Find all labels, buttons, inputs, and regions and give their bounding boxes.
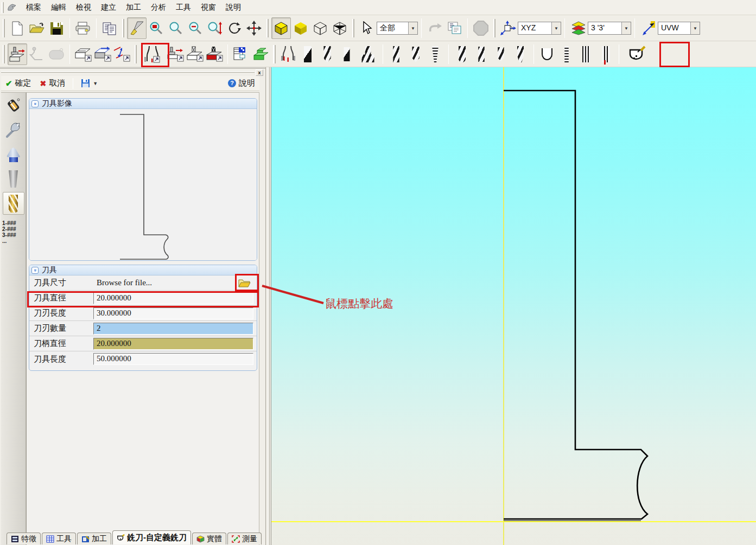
chamfer-drill-tool-icon[interactable] [511, 43, 530, 65]
panel-splitter[interactable] [266, 67, 271, 545]
save-button[interactable] [47, 17, 66, 39]
ball-end-mill-tool-icon[interactable] [452, 43, 472, 65]
tool-image-header[interactable]: 刀具影像 [29, 99, 257, 109]
paste-special-button[interactable] [444, 17, 464, 39]
dropdown-arrow-icon[interactable] [551, 22, 561, 34]
copy-documents-button[interactable] [100, 17, 119, 39]
print-button[interactable] [73, 17, 93, 39]
tool-section-header[interactable]: 刀具 [29, 265, 257, 275]
dropdown-arrow-icon[interactable] [621, 22, 631, 34]
layers-icon[interactable] [568, 17, 588, 39]
shank-diameter-input[interactable]: 20.000000 [93, 338, 253, 350]
countersink-tool-icon[interactable] [537, 43, 557, 65]
spiral-drill-tool-icon[interactable] [406, 43, 425, 65]
flute-length-input[interactable]: 30.000000 [93, 307, 253, 319]
tab-measure[interactable]: 測量 [227, 533, 262, 544]
wrench-category-button[interactable] [3, 119, 24, 142]
probe-button[interactable] [27, 43, 47, 65]
tap-tool-icon[interactable] [557, 43, 576, 65]
view-hidden-line-button[interactable] [330, 17, 350, 39]
menu-machining[interactable]: 加工 [121, 1, 146, 15]
stop-button[interactable] [471, 17, 491, 39]
custom-mill-tool-button[interactable] [625, 43, 650, 65]
view-wireframe-button[interactable] [310, 17, 330, 39]
zoom-extents-button[interactable] [205, 17, 225, 39]
tslot-cutter-tool-icon[interactable] [357, 43, 379, 65]
rotate-view-button[interactable] [225, 17, 244, 39]
help-button[interactable]: ?說明 [224, 76, 259, 90]
toolbar-grip[interactable] [2, 2, 4, 13]
view-shaded-button[interactable] [291, 17, 310, 39]
collapse-chevron-icon[interactable] [31, 100, 39, 107]
menu-file[interactable]: 檔案 [21, 1, 46, 15]
face-mill-button[interactable] [8, 43, 27, 65]
panel-close-button[interactable]: x [256, 69, 263, 76]
tab-solid[interactable]: 實體 [192, 533, 226, 544]
measure-distance-button[interactable] [112, 43, 132, 65]
toolbar-grip[interactable] [3, 19, 5, 37]
graphics-viewport[interactable] [271, 67, 756, 545]
new-file-button[interactable] [8, 17, 27, 39]
finish-mill-button[interactable] [93, 43, 112, 65]
wcs-dropdown[interactable]: UVW [658, 22, 700, 35]
zoom-window-button[interactable] [147, 17, 166, 39]
menu-view[interactable]: 檢視 [71, 1, 96, 15]
browse-file-button[interactable] [236, 277, 252, 290]
nc-program-button[interactable] [231, 43, 251, 65]
tool-profile-mill-icon[interactable] [278, 43, 298, 65]
custom-mill-toolpath-button[interactable] [143, 43, 162, 65]
redraw-button[interactable] [127, 17, 147, 39]
tab-custom-mill[interactable]: 銑刀-自定義銑刀 [112, 530, 191, 544]
tool-motion-button[interactable] [166, 43, 185, 65]
wcs-icon[interactable] [638, 17, 658, 39]
rough-mill-button[interactable] [73, 43, 93, 65]
coordinate-system-icon[interactable] [498, 17, 518, 39]
tag-category-button[interactable] [3, 94, 24, 117]
undo-button[interactable] [425, 17, 444, 39]
small-insert-tool-icon[interactable] [337, 43, 357, 65]
open-file-button[interactable] [27, 17, 47, 39]
holder-category-button[interactable] [3, 168, 24, 190]
cancel-button[interactable]: ✖取消 [36, 76, 70, 90]
ok-button[interactable]: ✔確定 [1, 76, 36, 90]
select-arrow-button[interactable] [357, 17, 377, 39]
menu-create[interactable]: 建立 [96, 1, 121, 15]
dropdown-arrow-icon[interactable] [408, 22, 417, 34]
tool-length-input[interactable]: 50.000000 [93, 353, 253, 365]
center-drill-tool-icon[interactable] [491, 43, 511, 65]
multi-flute-tool-icon[interactable] [576, 43, 596, 65]
menu-edit[interactable]: 編輯 [46, 1, 71, 15]
layer-dropdown[interactable]: 3 '3' [588, 22, 631, 35]
collet-category-button[interactable] [3, 143, 24, 166]
thread-mill-tool-icon[interactable] [425, 43, 445, 65]
view-shaded-edges-button[interactable] [271, 17, 291, 39]
flat-drill-tool-icon[interactable] [472, 43, 491, 65]
menu-analysis[interactable]: 分析 [146, 1, 171, 15]
collapse-chevron-icon[interactable] [31, 267, 39, 274]
slitting-saw-tool-icon[interactable] [596, 43, 615, 65]
twist-drill-tool-icon[interactable] [317, 43, 337, 65]
toolbar-grip[interactable] [3, 45, 5, 63]
endmill-category-button[interactable] [3, 192, 24, 215]
csys-dropdown[interactable]: XYZ [518, 22, 561, 35]
insert-mill-tool-icon[interactable] [298, 43, 317, 65]
menu-tools[interactable]: 工具 [171, 1, 196, 15]
tab-machining[interactable]: 加工 [77, 533, 111, 544]
panel-resize-bar[interactable]: x [0, 68, 265, 75]
zoom-button[interactable] [166, 17, 186, 39]
dropdown-arrow-icon[interactable] [690, 22, 700, 34]
tool-diameter-input[interactable]: 20.000000 [93, 292, 253, 304]
pan-view-button[interactable] [244, 17, 264, 39]
pocket-button[interactable] [47, 43, 66, 65]
menu-window[interactable]: 視窗 [196, 1, 221, 15]
selection-filter-dropdown[interactable]: 全部 [377, 22, 418, 35]
flat-end-mill-tool-icon[interactable] [386, 43, 406, 65]
menu-help[interactable]: 說明 [221, 1, 246, 15]
save-tool-button[interactable]: ▼ [77, 77, 102, 89]
tab-tools[interactable]: 工具 [42, 533, 76, 544]
solid-verify-button[interactable] [251, 43, 270, 65]
plunge-mill-button[interactable] [185, 43, 205, 65]
zoom-out-button[interactable] [186, 17, 205, 39]
tool-size-value[interactable]: Browse for file... [93, 277, 233, 289]
plunge-rough-button[interactable] [205, 43, 224, 65]
